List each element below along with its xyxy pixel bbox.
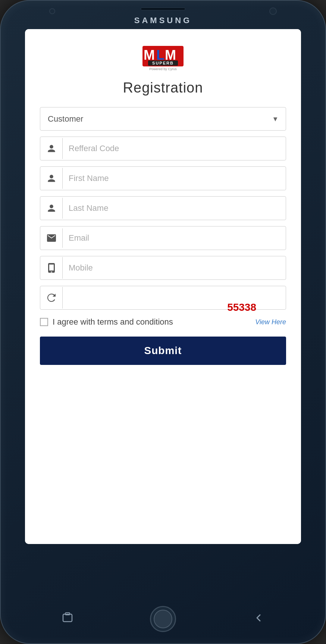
front-camera-right xyxy=(269,7,277,15)
page-title: Registration xyxy=(123,80,203,96)
user-icon-referral xyxy=(40,138,63,159)
phone-speaker xyxy=(141,7,185,10)
first-name-input[interactable] xyxy=(63,167,286,190)
captcha-terms-section: 55338 I agree with terms and conditions … xyxy=(40,316,286,328)
account-type-dropdown-wrapper: Customer Distributor Agent ▼ xyxy=(40,107,286,131)
terms-row: I agree with terms and conditions View H… xyxy=(40,316,286,328)
front-camera-left xyxy=(49,8,55,14)
phone-frame: SAMSUNG M L M xyxy=(0,0,326,644)
email-field-wrapper xyxy=(40,226,286,250)
phone-bottom-nav xyxy=(1,599,325,643)
mobile-input[interactable] xyxy=(63,256,286,279)
registration-form: Customer Distributor Agent ▼ xyxy=(40,107,286,365)
referral-code-input[interactable] xyxy=(63,137,286,160)
phone-brand-label: SAMSUNG xyxy=(134,14,192,29)
back-nav-icon[interactable] xyxy=(62,612,73,626)
mobile-field-wrapper xyxy=(40,256,286,280)
svg-text:M: M xyxy=(165,47,176,63)
last-name-input[interactable] xyxy=(63,197,286,220)
svg-text:M: M xyxy=(144,47,154,63)
submit-button[interactable]: Submit xyxy=(40,337,286,365)
home-button-inner xyxy=(154,610,172,628)
phone-top-bar xyxy=(1,1,325,14)
terms-checkbox[interactable] xyxy=(40,318,48,326)
svg-text:Powered by Cyrus: Powered by Cyrus xyxy=(149,67,177,71)
svg-text:SUPERB: SUPERB xyxy=(152,61,174,65)
back-arrow-icon[interactable] xyxy=(253,612,264,626)
screen-content: M L M SUPERB Powered by Cyrus Registrati… xyxy=(25,29,301,544)
account-type-dropdown[interactable]: Customer Distributor Agent xyxy=(40,107,286,131)
svg-text:L: L xyxy=(156,47,164,63)
logo-container: M L M SUPERB Powered by Cyrus xyxy=(141,44,185,74)
terms-label: I agree with terms and conditions xyxy=(53,317,173,327)
first-name-field-wrapper xyxy=(40,166,286,190)
captcha-number: 55338 xyxy=(227,301,256,313)
home-button[interactable] xyxy=(150,606,176,632)
app-logo: M L M SUPERB Powered by Cyrus xyxy=(141,44,185,74)
mobile-icon xyxy=(40,257,63,279)
referral-code-field-wrapper xyxy=(40,137,286,160)
email-input[interactable] xyxy=(63,226,286,250)
last-name-field-wrapper xyxy=(40,196,286,220)
captcha-refresh-button[interactable] xyxy=(40,287,63,309)
user-icon-firstname xyxy=(40,168,63,189)
user-icon-lastname xyxy=(40,198,63,219)
phone-screen: M L M SUPERB Powered by Cyrus Registrati… xyxy=(25,29,301,544)
view-here-link[interactable]: View Here xyxy=(255,318,286,326)
email-icon xyxy=(40,228,63,248)
